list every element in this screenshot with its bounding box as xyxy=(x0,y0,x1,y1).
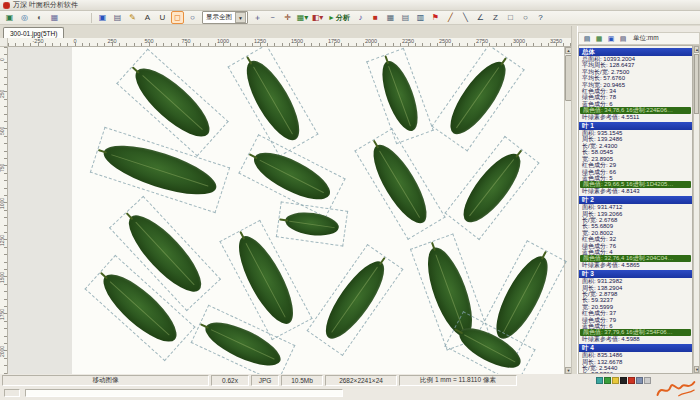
edit-icon[interactable]: ✎ xyxy=(126,11,139,24)
scroll-down-icon[interactable]: ▼ xyxy=(694,366,699,373)
play-icon: ► xyxy=(328,14,335,21)
results-panel: ▤▦▣▤单位:mm 总体总面积: 10393.2004平均周长: 128.643… xyxy=(578,26,700,374)
help-icon[interactable]: ? xyxy=(534,11,547,24)
unit-label: 单位:mm xyxy=(633,34,659,43)
layers-icon[interactable]: ▦▾ xyxy=(296,11,309,24)
circle-tool-icon[interactable]: ○ xyxy=(519,11,532,24)
status-cell: 10.5Mb xyxy=(281,375,323,386)
section-header: 叶 4 xyxy=(579,344,692,352)
analyze-button[interactable]: ►分析 xyxy=(328,13,350,23)
ruler-label: 1000 xyxy=(217,38,229,44)
zoom-out-icon[interactable]: － xyxy=(266,11,279,24)
measurement-row: 叶绿素参考值: 4.5988 xyxy=(579,336,692,342)
status-swatches xyxy=(596,375,652,386)
measurement-row: 叶绿素参考值: 4.5865 xyxy=(579,262,692,268)
red-mask-icon[interactable]: ■ xyxy=(369,11,382,24)
analyze-label: 分析 xyxy=(336,13,350,23)
ruler-label: 2000 xyxy=(365,38,377,44)
ruler-label: 500 xyxy=(0,127,5,135)
color-swatch-icon[interactable] xyxy=(596,377,603,384)
save-icon[interactable]: ▣ xyxy=(96,11,109,24)
status-stub xyxy=(4,389,20,397)
ruler-label: 750 xyxy=(0,164,5,172)
canvas-vertical-scrollbar[interactable]: ▲ ▼ xyxy=(564,47,571,374)
ruler-label: 3250 xyxy=(550,38,562,44)
ruler-label: 1500 xyxy=(0,272,5,283)
ruler-label: 2250 xyxy=(402,38,414,44)
open-image-icon[interactable]: ▣ xyxy=(3,11,16,24)
app-window: 万深 叶面积分析软件 ▣◎◐▦ ▣▤✎AU◻○显示全图▼＋－✛▦▾◧▾►分析♪■… xyxy=(0,0,700,400)
ruler-label: 250 xyxy=(107,38,116,44)
status-cell: 0.62x xyxy=(211,375,249,386)
toolbar-main-group: ▣▤✎AU◻○显示全图▼＋－✛▦▾◧▾►分析♪■▦▤▥⚑╱╲∠Z□○? xyxy=(95,11,548,24)
color-swatch-icon[interactable] xyxy=(604,377,611,384)
toolbar-separator xyxy=(91,13,92,23)
print-icon[interactable]: ▤ xyxy=(111,11,124,24)
section-header: 总体 xyxy=(579,48,692,56)
panel-scrollbar[interactable]: ▲ ▼ xyxy=(693,45,700,374)
section-header: 叶 2 xyxy=(579,196,692,204)
scroll-up-icon[interactable]: ▲ xyxy=(694,46,699,53)
ruler-horizontal: -250025050075010001250150017502000225025… xyxy=(8,38,571,47)
export-excel-icon[interactable]: ▦ xyxy=(594,34,604,44)
color-swatch-icon[interactable] xyxy=(612,377,619,384)
panel-divider[interactable] xyxy=(571,26,578,374)
ruler-label: -250 xyxy=(32,38,43,44)
zigzag-tool-icon[interactable]: Z xyxy=(489,11,502,24)
table-icon[interactable]: ▤ xyxy=(399,11,412,24)
view-combo-label: 显示全图 xyxy=(206,13,232,22)
leaf-object-9[interactable] xyxy=(284,209,341,238)
marker-icon[interactable]: ♪ xyxy=(354,11,367,24)
chevron-down-icon[interactable]: ▼ xyxy=(235,12,246,23)
scrollbar-thumb[interactable] xyxy=(694,54,699,114)
brand-signature-logo xyxy=(653,377,699,400)
refresh-icon[interactable]: ◎ xyxy=(18,11,31,24)
main-toolbar: ▣◎◐▦ ▣▤✎AU◻○显示全图▼＋－✛▦▾◧▾►分析♪■▦▤▥⚑╱╲∠Z□○? xyxy=(0,11,700,25)
ruler-label: 2500 xyxy=(439,38,451,44)
palette-icon[interactable]: ◧▾ xyxy=(311,11,324,24)
gallery-icon[interactable]: ▦ xyxy=(48,11,61,24)
rect-tool-icon[interactable]: □ xyxy=(504,11,517,24)
ruler-label: 1250 xyxy=(254,38,266,44)
measurement-row: 叶绿素参考值: 4.8143 xyxy=(579,188,692,194)
color-swatch-icon[interactable] xyxy=(620,377,627,384)
measurement-row: 叶绿素参考值: 4.5511 xyxy=(579,114,692,120)
ruler-label: 1000 xyxy=(0,198,5,209)
color-swatch-icon[interactable] xyxy=(636,377,643,384)
flag-icon[interactable]: ⚑ xyxy=(429,11,442,24)
section-header: 叶 3 xyxy=(579,270,692,278)
print-report-icon[interactable]: ▤ xyxy=(618,34,628,44)
toolbar-left-group: ▣◎◐▦ xyxy=(2,11,62,24)
angle-tool-icon[interactable]: ∠ xyxy=(474,11,487,24)
pen-icon[interactable]: ╱ xyxy=(444,11,457,24)
chart-icon[interactable]: ▥ xyxy=(414,11,427,24)
zoom-icon[interactable]: ○ xyxy=(186,11,199,24)
status-cell: 2682×2241×24 xyxy=(325,375,397,386)
status-cell: JPG xyxy=(251,375,279,386)
progress-track xyxy=(25,389,343,397)
save-report-icon[interactable]: ▣ xyxy=(606,34,616,44)
status-spacer xyxy=(519,375,596,386)
status-row-2 xyxy=(0,387,700,400)
color-swatch-icon[interactable] xyxy=(644,377,651,384)
measurement-list: 总体总面积: 10393.2004平均周长: 128.6437平均长/宽: 2.… xyxy=(578,45,693,374)
underline-icon[interactable]: U xyxy=(156,11,169,24)
ruler-label: 1750 xyxy=(328,38,340,44)
region-zoom-icon[interactable]: ◻ xyxy=(171,11,184,24)
ruler-label: 500 xyxy=(144,38,153,44)
font-icon[interactable]: A xyxy=(141,11,154,24)
zoom-in-icon[interactable]: ＋ xyxy=(251,11,264,24)
view-combo[interactable]: 显示全图▼ xyxy=(202,11,248,24)
ruler-label: 1500 xyxy=(291,38,303,44)
color-swatch-icon[interactable] xyxy=(628,377,635,384)
copy-icon[interactable]: ▤ xyxy=(582,34,592,44)
ruler-label: 250 xyxy=(0,90,5,98)
image-canvas[interactable]: ▲ ▼ xyxy=(8,47,571,374)
grid-icon[interactable]: ▦ xyxy=(384,11,397,24)
line-tool-icon[interactable]: ╲ xyxy=(459,11,472,24)
ruler-label: 2000 xyxy=(0,346,5,357)
ruler-vertical: 025050075010001250150017502000 xyxy=(0,47,8,374)
camera-icon[interactable]: ◐ xyxy=(33,11,46,24)
pan-icon[interactable]: ✛ xyxy=(281,11,294,24)
app-icon xyxy=(3,2,10,9)
